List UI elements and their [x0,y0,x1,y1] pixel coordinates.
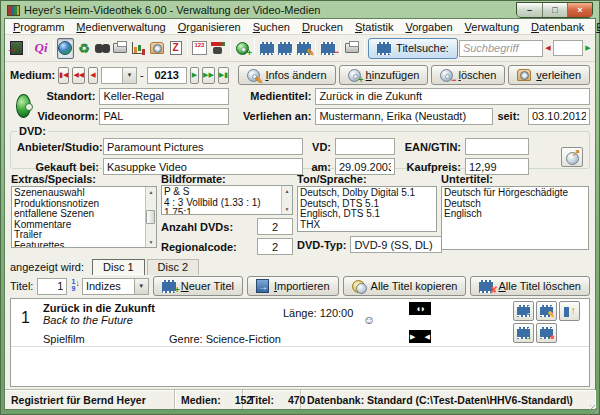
next-medium-button[interactable]: ▶ [190,67,199,84]
search-next-icon[interactable]: ▶ [584,40,592,57]
list-item[interactable]: Trailer [14,230,154,241]
bildformate-listbox[interactable]: P & S 4 : 3 Vollbild (1.33 : 1) 1.75:1 ▲… [161,185,293,215]
print-list-button[interactable] [344,38,361,59]
loeschen-button[interactable]: − löschen [431,65,505,85]
anzahl-field[interactable] [257,218,293,235]
lend-search-button[interactable] [210,38,227,59]
standort-field[interactable] [99,88,229,105]
list-item[interactable]: entfallene Szenen [14,209,154,220]
cd-delete-icon: − [440,69,453,82]
extras-listbox[interactable]: Szenenauswahl Produktionsnotizen entfall… [11,186,157,248]
anbieter-field[interactable] [103,138,303,155]
add-medium-button[interactable]: + [234,38,251,59]
last-medium-button[interactable]: ▶▮ [218,67,229,84]
alle-titel-loeschen-button[interactable]: ✘ Alle Titel löschen [470,276,590,296]
title-delete-button[interactable]: ● [536,323,557,343]
title-copy-button[interactable]: → [513,323,534,343]
list-item[interactable]: Deutsch für Hörgeschädigte [444,188,586,199]
sort-icon[interactable] [71,278,78,294]
media-view-button[interactable] [57,38,74,59]
verleihen-button[interactable]: verleihen [508,65,590,85]
list-button[interactable] [167,38,184,59]
list-item[interactable]: Englisch [444,209,586,220]
prev-medium-button[interactable]: ◀ [88,67,97,84]
alle-titel-kopieren-button[interactable]: Alle Titel kopieren [343,276,467,296]
first-medium-button[interactable]: ▮◀ [58,67,69,84]
print-button[interactable] [112,38,129,59]
list-item[interactable]: Englisch, DTS 5.1 [300,209,434,220]
menu-drucken[interactable]: Drucken [296,20,349,34]
untertitel-listbox[interactable]: Deutsch für Hörgeschädigte Deutsch Engli… [441,186,589,250]
list-item[interactable]: Featurettes [14,241,154,249]
cd-lookup-button[interactable] [561,147,583,167]
list-item[interactable]: THX [300,220,434,231]
tab-disc-1[interactable]: Disc 1 [92,259,145,275]
fast-forward-button[interactable]: ▶▶ [202,67,215,84]
title-tools-button[interactable] [258,38,275,59]
titel-number-input[interactable] [37,278,67,295]
exit-button[interactable] [8,38,25,59]
vd-field[interactable] [335,138,395,155]
title-list: 1 Zurück in die Zukunft Back to the Futu… [10,298,590,387]
menu-organisieren[interactable]: Organisieren [172,20,247,34]
title-edit-button[interactable]: ✎ [295,38,312,59]
title-row[interactable]: 1 Zurück in die Zukunft Back to the Futu… [11,299,589,347]
search-prev-icon[interactable]: ◀ [544,40,552,57]
importieren-button[interactable]: Importieren [247,276,339,296]
menu-vorgaben[interactable]: Vorgaben [399,20,458,34]
toolbar-separator [53,39,54,57]
ean-field[interactable] [465,138,529,155]
neuer-titel-button[interactable]: + Neuer Titel [153,276,243,296]
film-delete-icon: ✘ [479,280,493,293]
resize-grip[interactable] [590,405,598,413]
titelsuche-button[interactable]: Titelsuche: [368,38,458,59]
medium-number-input[interactable] [147,67,187,84]
menu-medienverwaltung[interactable]: Medienverwaltung [70,20,171,34]
title-move-button[interactable] [559,301,580,321]
bildformate-scrollbar[interactable]: ▲▼ [281,186,292,214]
fast-back-button[interactable]: ◀◀ [72,67,85,84]
title-details-button[interactable]: ○ [513,301,534,321]
medium-prefix-dropdown[interactable] [101,67,137,84]
videonorm-field[interactable] [99,108,229,125]
numbering-button[interactable] [191,38,208,59]
defaults-button[interactable] [149,38,166,59]
title-search-button[interactable]: ○ [277,38,294,59]
extras-scrollbar[interactable]: ▲▼ [145,187,156,247]
ton-listbox[interactable]: Deutsch, Dolby Digital 5.1 Deutsch, DTS … [297,186,437,232]
organize-button[interactable]: ♻ [75,38,92,59]
title-delete-button[interactable]: − [319,38,336,59]
maximize-button[interactable]: □ [542,3,567,17]
search-nav-box[interactable] [553,40,583,56]
quickinfo-button[interactable]: Qi [32,38,49,59]
infos-aendern-button[interactable]: ✎ Infos ändern [238,65,335,85]
list-item[interactable]: 1.75:1 [164,208,290,215]
menu-statistik[interactable]: Statistik [349,20,400,34]
menu-verwaltung[interactable]: Verwaltung [459,20,525,34]
regionalcode-field[interactable] [257,238,293,255]
hinzufuegen-button[interactable]: + hinzufügen [339,65,429,85]
medientitel-field[interactable] [315,88,590,105]
menu-datenbank[interactable]: Datenbank [525,20,590,34]
status-medien: Medien: 152 [175,390,243,409]
minimize-button[interactable]: – [517,3,542,17]
list-item[interactable]: P & S [164,187,290,198]
search-button[interactable] [93,38,110,59]
statistics-button[interactable] [130,38,147,59]
close-button[interactable]: × [567,3,592,17]
menu-extras[interactable]: Extras [590,20,600,34]
menu-programm[interactable]: Programm [7,20,70,34]
verliehen-field[interactable] [315,108,493,125]
seit-field[interactable] [528,108,590,125]
list-item[interactable]: Szenenauswahl [14,188,154,199]
menu-suchen[interactable]: Suchen [247,20,296,34]
search-input[interactable] [459,40,543,57]
media-info: Standort: Medientitel: Videonorm: Verlie… [5,88,595,124]
dvdtyp-field[interactable] [350,236,442,253]
sort-dropdown[interactable]: Indizes [82,278,149,295]
titel-label: Titel: [10,280,33,292]
list-item[interactable]: Deutsch, Dolby Digital 5.1 [300,188,434,199]
title-edit-button[interactable]: ✎ [536,301,557,321]
angezeigt-label: angezeigt wird: [10,261,84,273]
tab-disc-2[interactable]: Disc 2 [147,259,200,275]
